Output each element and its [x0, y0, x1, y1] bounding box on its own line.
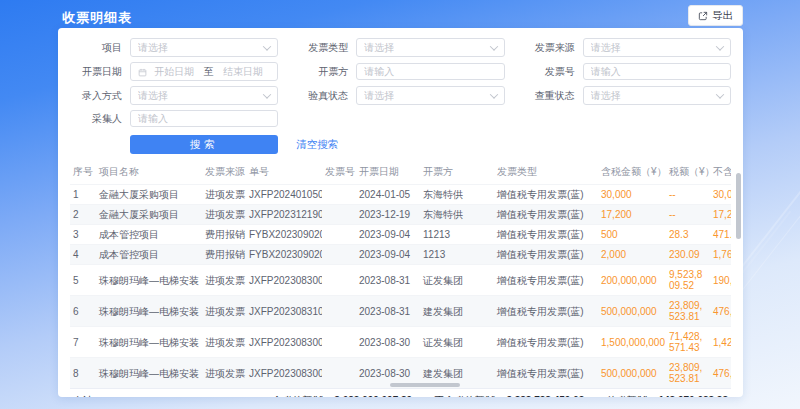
col-index: 序号	[70, 160, 96, 185]
chevron-down-icon	[716, 42, 724, 50]
clear-search-link[interactable]: 清空搜索	[296, 138, 338, 152]
chevron-down-icon	[489, 42, 497, 50]
horizontal-scrollbar[interactable]	[390, 383, 460, 387]
chevron-down-icon	[263, 42, 271, 50]
cell-amount-incl-tax: 500,000,000	[598, 358, 666, 389]
cell-invoice-source: 进项发票	[202, 296, 246, 327]
col-order-no: 单号	[246, 160, 322, 185]
cell-project-name: 珠穆朗玛峰—电梯安装	[96, 296, 202, 327]
cell-order-no: JXFP20230831001	[246, 296, 322, 327]
cell-issuer: 建发集团	[420, 296, 494, 327]
filter-collector: 采集人	[70, 110, 278, 127]
cell-order-no: JXFP20230830002	[246, 265, 322, 296]
chevron-down-icon	[489, 90, 497, 98]
vertical-scrollbar[interactable]	[736, 173, 741, 239]
filter-invoice-date-label: 开票日期	[70, 65, 122, 79]
cell-invoice-source: 费用报销	[202, 225, 246, 245]
cell-index: 1	[70, 185, 96, 205]
cell-project-name: 成本管控项目	[96, 225, 202, 245]
cell-invoice-no	[322, 296, 356, 327]
cell-amount-incl-tax: 17,200	[598, 205, 666, 225]
table-row: 7珠穆朗玛峰—电梯安装进项发票JXFP202308300012023-08-30…	[70, 327, 731, 358]
issuer-input[interactable]	[356, 63, 504, 80]
summary-total-label: 合计	[73, 394, 93, 397]
cell-amount-excl-tax: 476,190,476.19	[710, 296, 731, 327]
cell-invoice-date: 2023-12-19	[356, 205, 420, 225]
cell-invoice-source: 费用报销	[202, 245, 246, 265]
cell-tax-amount: 9,523,809.52	[666, 265, 710, 296]
col-invoice-no: 发票号	[322, 160, 356, 185]
filter-invoice-source-label: 发票来源	[523, 41, 575, 55]
cell-tax-amount: 23,809,523.81	[666, 358, 710, 389]
cell-order-no: FYBX20230902003	[246, 245, 322, 265]
filter-entry-method-label: 录入方式	[70, 89, 122, 103]
summary-row: 合计 含税总额(¥)：3,032,699,097.89 不含税总额(¥)：2,8…	[70, 388, 731, 397]
filter-collector-label: 采集人	[70, 112, 122, 126]
invoice-source-select[interactable]: 请选择	[583, 38, 731, 57]
cell-project-name: 金融大厦采购项目	[96, 205, 202, 225]
summary-total-tax: 总税额(¥)：143,970,638.28	[606, 394, 728, 397]
cell-invoice-no	[322, 205, 356, 225]
search-button[interactable]: 搜索	[130, 135, 278, 154]
cell-project-name: 珠穆朗玛峰—电梯安装	[96, 358, 202, 389]
table-header: 序号 项目名称 发票来源 单号 发票号 开票日期 开票方 发票类型 含税金额（¥…	[70, 160, 731, 185]
export-button[interactable]: 导出	[688, 5, 743, 26]
end-date-placeholder: 结束日期	[216, 65, 271, 79]
export-icon	[698, 11, 708, 21]
cell-amount-excl-tax: 1,769.91	[710, 245, 731, 265]
cell-order-no: JXFP20240105001	[246, 185, 322, 205]
cell-invoice-date: 2023-08-30	[356, 327, 420, 358]
cell-project-name: 珠穆朗玛峰—电梯安装	[96, 265, 202, 296]
export-button-label: 导出	[712, 9, 733, 23]
invoice-date-range-picker[interactable]: 开始日期 至 结束日期	[130, 62, 278, 81]
dup-status-placeholder: 请选择	[591, 89, 621, 103]
cell-invoice-type: 增值税专用发票(蓝)	[494, 205, 598, 225]
invoice-source-placeholder: 请选择	[591, 41, 621, 55]
cell-index: 6	[70, 296, 96, 327]
content-card: 项目 请选择 发票类型 请选择 发票来源 请选择 开票日期	[58, 28, 743, 397]
cell-amount-excl-tax: 190,476,190.48	[710, 265, 731, 296]
cell-index: 8	[70, 358, 96, 389]
cell-tax-amount: 230.09	[666, 245, 710, 265]
verify-status-select[interactable]: 请选择	[356, 86, 504, 105]
start-date-placeholder: 开始日期	[147, 65, 202, 79]
filter-invoice-source: 发票来源 请选择	[523, 38, 731, 57]
date-range-separator: 至	[202, 65, 216, 79]
cell-tax-amount: 23,809,523.81	[666, 296, 710, 327]
collector-input[interactable]	[130, 110, 278, 127]
col-amount-excl-tax: 不含税金额（¥）	[710, 160, 731, 185]
cell-invoice-date: 2024-01-05	[356, 185, 420, 205]
filter-invoice-type: 发票类型 请选择	[296, 38, 504, 57]
dup-status-select[interactable]: 请选择	[583, 86, 731, 105]
cell-invoice-type: 增值税专用发票(蓝)	[494, 327, 598, 358]
cell-project-name: 金融大厦采购项目	[96, 185, 202, 205]
table-row: 1金融大厦采购项目进项发票JXFP202401050012024-01-05东海…	[70, 185, 731, 205]
filter-dup-status-label: 查重状态	[523, 89, 575, 103]
cell-amount-excl-tax: 471.7	[710, 225, 731, 245]
cell-invoice-source: 进项发票	[202, 327, 246, 358]
invoice-table-container: 序号 项目名称 发票来源 单号 发票号 开票日期 开票方 发票类型 含税金额（¥…	[70, 160, 731, 388]
cell-amount-excl-tax: 30,000	[710, 185, 731, 205]
invoice-type-placeholder: 请选择	[364, 41, 394, 55]
cell-amount-incl-tax: 500	[598, 225, 666, 245]
invoice-type-select[interactable]: 请选择	[356, 38, 504, 57]
summary-incl-tax: 含税总额(¥)：3,032,699,097.89	[272, 394, 412, 397]
col-invoice-source: 发票来源	[202, 160, 246, 185]
project-select[interactable]: 请选择	[130, 38, 278, 57]
filter-dup-status: 查重状态 请选择	[523, 86, 731, 105]
cell-amount-incl-tax: 2,000	[598, 245, 666, 265]
col-project-name: 项目名称	[96, 160, 202, 185]
entry-method-placeholder: 请选择	[138, 89, 168, 103]
cell-amount-excl-tax: 476,190,476.19	[710, 358, 731, 389]
filter-issuer: 开票方	[296, 62, 504, 81]
invoice-no-input[interactable]	[583, 63, 731, 80]
cell-index: 5	[70, 265, 96, 296]
filter-invoice-type-label: 发票类型	[296, 41, 348, 55]
cell-issuer: 11213	[420, 225, 494, 245]
cell-issuer: 东海特供	[420, 185, 494, 205]
filter-invoice-date: 开票日期 开始日期 至 结束日期	[70, 62, 278, 81]
filter-actions: 搜索 清空搜索	[70, 135, 731, 154]
chevron-down-icon	[716, 90, 724, 98]
filter-project: 项目 请选择	[70, 38, 278, 57]
entry-method-select[interactable]: 请选择	[130, 86, 278, 105]
